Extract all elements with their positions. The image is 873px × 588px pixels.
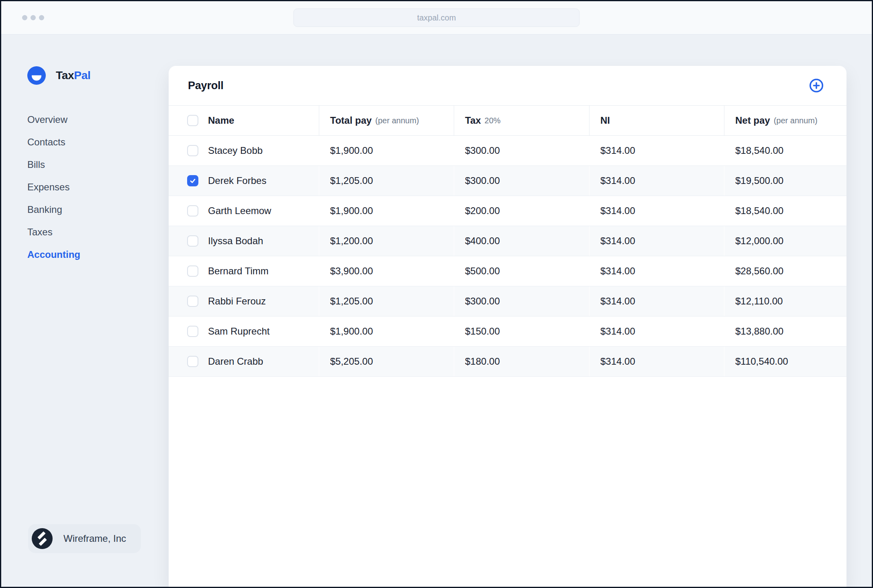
cell-net-pay: $12,110.00 xyxy=(724,286,846,316)
cell-tax: $300.00 xyxy=(454,166,589,196)
table-row: Rabbi Ferouz $1,205.00 $300.00 $314.00 $… xyxy=(169,286,846,316)
cell-total-pay: $5,205.00 xyxy=(319,347,454,376)
cell-name: Sam Ruprecht xyxy=(169,316,319,346)
cell-net-pay: $18,540.00 xyxy=(724,196,846,226)
cell-tax: $200.00 xyxy=(454,196,589,226)
cell-name: Ilyssa Bodah xyxy=(169,226,319,256)
table-row: Stacey Bobb $1,900.00 $300.00 $314.00 $1… xyxy=(169,136,846,166)
table-row: Ilyssa Bodah $1,200.00 $400.00 $314.00 $… xyxy=(169,226,846,256)
sidebar-item-label: Bills xyxy=(27,159,45,170)
sidebar-item-label: Taxes xyxy=(27,227,53,238)
window-controls xyxy=(22,15,44,20)
cell-total-pay: $1,900.00 xyxy=(319,196,454,226)
sidebar-item-banking[interactable]: Banking xyxy=(27,203,169,216)
add-payroll-button[interactable] xyxy=(809,78,824,93)
cell-ni: $314.00 xyxy=(589,286,724,316)
column-header-name: Name xyxy=(169,106,319,135)
cell-net-pay: $13,880.00 xyxy=(724,316,846,346)
plus-circle-icon xyxy=(809,78,824,93)
cell-name: Rabbi Ferouz xyxy=(169,286,319,316)
sidebar-item-taxes[interactable]: Taxes xyxy=(27,225,169,239)
cell-name: Daren Crabb xyxy=(169,347,319,376)
row-checkbox[interactable] xyxy=(187,235,198,247)
taxpal-logo-icon xyxy=(27,66,46,85)
sidebar-item-label: Contacts xyxy=(27,137,65,148)
cell-net-pay: $12,000.00 xyxy=(724,226,846,256)
org-switcher[interactable]: Wireframe, Inc xyxy=(28,524,141,553)
cell-tax: $150.00 xyxy=(454,316,589,346)
cell-tax: $300.00 xyxy=(454,286,589,316)
row-checkbox[interactable] xyxy=(187,265,198,277)
table-header: Name Total pay (per annum) Tax 20% NI Ne… xyxy=(169,106,846,136)
cell-total-pay: $1,205.00 xyxy=(319,166,454,196)
employee-name: Garth Leemow xyxy=(208,205,271,216)
check-icon xyxy=(190,178,196,184)
org-name: Wireframe, Inc xyxy=(63,533,126,544)
sidebar: TaxPal Overview Contacts Bills Expenses … xyxy=(1,35,169,587)
column-header-tax: Tax 20% xyxy=(454,106,589,135)
window-dot-icon xyxy=(22,15,27,20)
sidebar-item-label: Overview xyxy=(27,114,67,125)
table-row: Derek Forbes $1,205.00 $300.00 $314.00 $… xyxy=(169,166,846,196)
table-row: Sam Ruprecht $1,900.00 $150.00 $314.00 $… xyxy=(169,316,846,347)
table-body: Stacey Bobb $1,900.00 $300.00 $314.00 $1… xyxy=(169,136,846,377)
sidebar-item-accounting[interactable]: Accounting xyxy=(27,248,169,261)
cell-tax: $180.00 xyxy=(454,347,589,376)
employee-name: Derek Forbes xyxy=(208,175,266,186)
select-all-checkbox[interactable] xyxy=(187,115,198,126)
column-header-net-pay: Net pay (per annum) xyxy=(724,106,846,135)
sidebar-nav: Overview Contacts Bills Expenses Banking… xyxy=(27,113,169,261)
cell-name: Garth Leemow xyxy=(169,196,319,226)
sidebar-item-label: Expenses xyxy=(27,182,69,193)
url-text: taxpal.com xyxy=(417,13,456,22)
cell-net-pay: $19,500.00 xyxy=(724,166,846,196)
column-header-total-pay: Total pay (per annum) xyxy=(319,106,454,135)
employee-name: Stacey Bobb xyxy=(208,145,263,156)
row-checkbox[interactable] xyxy=(187,205,198,216)
employee-name: Bernard Timm xyxy=(208,265,269,277)
wireframe-logo-icon xyxy=(32,528,53,549)
employee-name: Sam Ruprecht xyxy=(208,326,269,337)
table-row: Daren Crabb $5,205.00 $180.00 $314.00 $1… xyxy=(169,347,846,377)
row-checkbox[interactable] xyxy=(187,175,198,186)
payroll-card: Payroll Name xyxy=(169,66,846,587)
cell-total-pay: $3,900.00 xyxy=(319,256,454,286)
cell-tax: $400.00 xyxy=(454,226,589,256)
logo: TaxPal xyxy=(27,66,169,85)
row-checkbox[interactable] xyxy=(187,356,198,367)
sidebar-item-bills[interactable]: Bills xyxy=(27,158,169,172)
cell-total-pay: $1,200.00 xyxy=(319,226,454,256)
cell-net-pay: $18,540.00 xyxy=(724,136,846,165)
employee-name: Ilyssa Bodah xyxy=(208,235,263,247)
table-row: Bernard Timm $3,900.00 $500.00 $314.00 $… xyxy=(169,256,846,286)
cell-ni: $314.00 xyxy=(589,226,724,256)
cell-name: Stacey Bobb xyxy=(169,136,319,165)
logo-text: TaxPal xyxy=(56,69,90,82)
row-checkbox[interactable] xyxy=(187,145,198,156)
table-row: Garth Leemow $1,900.00 $200.00 $314.00 $… xyxy=(169,196,846,226)
sidebar-item-label: Accounting xyxy=(27,249,80,260)
row-checkbox[interactable] xyxy=(187,326,198,337)
cell-name: Derek Forbes xyxy=(169,166,319,196)
employee-name: Rabbi Ferouz xyxy=(208,296,266,307)
row-checkbox[interactable] xyxy=(187,296,198,307)
cell-tax: $300.00 xyxy=(454,136,589,165)
cell-net-pay: $110,540.00 xyxy=(724,347,846,376)
app-window: taxpal.com TaxPal Overview Contacts Bill… xyxy=(0,0,873,588)
cell-ni: $314.00 xyxy=(589,166,724,196)
cell-total-pay: $1,900.00 xyxy=(319,316,454,346)
employee-name: Daren Crabb xyxy=(208,356,263,367)
column-header-ni: NI xyxy=(589,106,724,135)
cell-total-pay: $1,205.00 xyxy=(319,286,454,316)
cell-name: Bernard Timm xyxy=(169,256,319,286)
sidebar-item-expenses[interactable]: Expenses xyxy=(27,180,169,194)
browser-chrome: taxpal.com xyxy=(1,1,872,35)
cell-ni: $314.00 xyxy=(589,347,724,376)
sidebar-item-overview[interactable]: Overview xyxy=(27,113,169,127)
cell-ni: $314.00 xyxy=(589,196,724,226)
cell-ni: $314.00 xyxy=(589,136,724,165)
url-bar[interactable]: taxpal.com xyxy=(294,8,580,27)
cell-net-pay: $28,560.00 xyxy=(724,256,846,286)
sidebar-item-contacts[interactable]: Contacts xyxy=(27,135,169,149)
cell-ni: $314.00 xyxy=(589,256,724,286)
